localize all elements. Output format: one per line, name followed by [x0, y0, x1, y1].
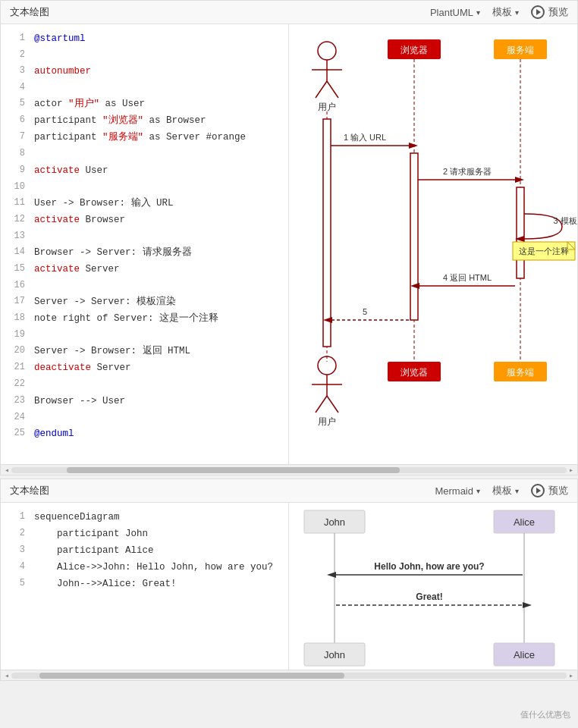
code-line: 3 autonumber — [1, 63, 288, 80]
server-label-bottom: 服务端 — [507, 367, 534, 378]
mermaid-chevron: ▾ — [476, 487, 480, 495]
scrollbar-thumb-2[interactable] — [39, 673, 345, 679]
svg-text:用户: 用户 — [318, 416, 336, 427]
sequence-diagram-1: 用户 浏览器 服务端 — [289, 24, 577, 464]
note-text: 这是一个注释 — [519, 246, 569, 256]
sequence-diagram-2: John Alice Hello John, how are you? Grea… — [289, 503, 577, 670]
code-line: 12 activate Browser — [1, 212, 288, 228]
svg-point-6 — [318, 356, 336, 375]
msg4-label: 4 返回 HTML — [443, 273, 492, 282]
code-line: 13 — [1, 228, 288, 244]
svg-line-3 — [316, 81, 327, 98]
mermaid-dropdown[interactable]: Mermaid ▾ — [435, 485, 480, 497]
template-chevron-2: ▾ — [515, 487, 519, 495]
code-line: 6 participant "浏览器" as Browser — [1, 112, 288, 129]
play-icon-2 — [536, 488, 541, 494]
svg-line-9 — [316, 396, 327, 413]
scrollbar-1[interactable]: ◂ ▸ — [1, 464, 577, 475]
svg-text:用户: 用户 — [318, 102, 336, 112]
panel2: 文本绘图 Mermaid ▾ 模板 ▾ 预览 1 sequenceDiagra — [0, 479, 578, 681]
msg1-label: 1 输入 URL — [344, 133, 386, 142]
browser-activation — [410, 153, 418, 320]
template-dropdown-2[interactable]: 模板 ▾ — [492, 484, 519, 497]
code-line: 24 — [1, 410, 288, 425]
msg2-arrow-2 — [523, 602, 532, 608]
template-dropdown[interactable]: 模板 ▾ — [492, 5, 519, 19]
server-label-top: 服务端 — [507, 45, 534, 55]
user-activation — [323, 119, 331, 347]
code-line: 18 note right of Server: 这是一个注释 — [1, 310, 288, 327]
mermaid-label: Mermaid — [435, 485, 473, 497]
panel2-controls: Mermaid ▾ 模板 ▾ 预览 — [435, 484, 568, 497]
panel1-controls: PlantUML ▾ 模板 ▾ 预览 — [430, 5, 568, 19]
template-chevron: ▾ — [515, 8, 519, 17]
panel2-body: 1 sequenceDiagram 2 participant John 3 p… — [1, 503, 577, 670]
code-line: 4 — [1, 80, 288, 96]
preview-label-2: 预览 — [548, 484, 568, 497]
code-line: 7 participant "服务端" as Server #orange — [1, 129, 288, 146]
svg-point-0 — [318, 42, 336, 60]
panel2-title: 文本绘图 — [10, 484, 49, 497]
panel1: 文本绘图 PlantUML ▾ 模板 ▾ 预览 1 @start — [0, 0, 578, 475]
scrollbar-2[interactable]: ◂ ▸ — [1, 670, 577, 680]
template-label-2: 模板 — [492, 484, 512, 497]
code-line: 20 Server -> Browser: 返回 HTML — [1, 343, 288, 359]
john-label-top: John — [324, 516, 345, 528]
msg1-arrow-2 — [327, 572, 336, 578]
code-line: 21 deactivate Server — [1, 359, 288, 376]
code-line: 3 participant Alice — [1, 542, 288, 559]
panel2-header: 文本绘图 Mermaid ▾ 模板 ▾ 预览 — [1, 479, 577, 503]
user-actor-top: 用户 — [312, 42, 342, 112]
code-line: 16 — [1, 278, 288, 293]
panel1-title: 文本绘图 — [10, 5, 49, 19]
preview-label: 预览 — [548, 5, 568, 19]
diagram-area-1: 用户 浏览器 服务端 — [289, 24, 577, 464]
code-editor-2[interactable]: 1 sequenceDiagram 2 participant John 3 p… — [1, 503, 289, 670]
code-line: 15 activate Server — [1, 261, 288, 278]
code-line: 5 John-->>Alice: Great! — [1, 576, 288, 592]
browser-label-top: 浏览器 — [401, 45, 428, 55]
msg2-label: 2 请求服务器 — [443, 167, 492, 176]
code-line: 17 Server -> Server: 模板渲染 — [1, 293, 288, 310]
scroll-left[interactable]: ◂ — [2, 466, 11, 475]
msg5-label: 5 — [363, 307, 367, 316]
play-icon — [536, 9, 541, 15]
code-line: 5 actor "用户" as User — [1, 96, 288, 112]
code-line: 4 Alice->>John: Hello John, how are you? — [1, 559, 288, 576]
code-line: 2 — [1, 47, 288, 63]
code-line: 8 — [1, 146, 288, 162]
code-line: 2 participant John — [1, 526, 288, 542]
code-line: 22 — [1, 376, 288, 392]
plantuml-dropdown[interactable]: PlantUML ▾ — [430, 7, 480, 18]
diagram-area-2: John Alice Hello John, how are you? Grea… — [289, 503, 577, 670]
preview-icon-2 — [531, 484, 545, 497]
plantuml-chevron: ▾ — [476, 8, 480, 17]
scroll-right-2[interactable]: ▸ — [567, 671, 576, 680]
user-actor-bottom: 用户 — [312, 356, 342, 427]
code-line: 1 @startuml — [1, 30, 288, 47]
scroll-left-2[interactable]: ◂ — [2, 671, 11, 680]
preview-button-2[interactable]: 预览 — [531, 484, 568, 497]
msg1-arrow — [409, 143, 418, 149]
msg2-arrow — [515, 177, 524, 183]
code-line: 23 Browser --> User — [1, 393, 288, 410]
scrollbar-thumb[interactable] — [67, 467, 400, 473]
alice-label-top: Alice — [514, 516, 535, 528]
msg2-label-2: Great! — [416, 592, 442, 602]
scrollbar-track-2 — [11, 673, 567, 679]
msg1-label-2: Hello John, how are you? — [374, 561, 484, 572]
john-label-bottom: John — [324, 649, 345, 661]
code-line: 19 — [1, 327, 288, 343]
browser-label-bottom: 浏览器 — [401, 367, 428, 378]
code-line: 14 Browser -> Server: 请求服务器 — [1, 244, 288, 261]
panel1-header: 文本绘图 PlantUML ▾ 模板 ▾ 预览 — [1, 1, 577, 24]
svg-line-4 — [327, 81, 338, 98]
code-editor-1[interactable]: 1 @startuml 2 3 autonumber 4 5 actor "用户… — [1, 24, 289, 464]
plantuml-label: PlantUML — [430, 7, 473, 18]
preview-icon — [531, 5, 545, 19]
preview-button[interactable]: 预览 — [531, 5, 568, 19]
code-line: 25 @enduml — [1, 425, 288, 442]
code-line: 9 activate User — [1, 162, 288, 179]
scroll-right[interactable]: ▸ — [567, 466, 576, 475]
template-label: 模板 — [492, 5, 512, 19]
